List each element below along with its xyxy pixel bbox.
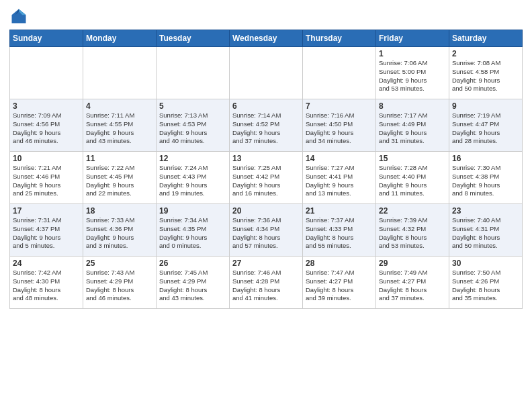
day-info: Sunrise: 7:43 AM Sunset: 4:29 PM Dayligh…	[86, 269, 153, 303]
calendar-cell: 14Sunrise: 7:27 AM Sunset: 4:41 PM Dayli…	[303, 152, 376, 204]
calendar-cell: 1Sunrise: 7:06 AM Sunset: 5:00 PM Daylig…	[376, 47, 449, 99]
weekday-header-tuesday: Tuesday	[157, 30, 230, 47]
logo-icon	[9, 7, 28, 26]
calendar-cell: 7Sunrise: 7:16 AM Sunset: 4:50 PM Daylig…	[303, 99, 376, 152]
day-info: Sunrise: 7:40 AM Sunset: 4:31 PM Dayligh…	[452, 216, 519, 250]
calendar-cell	[157, 47, 230, 99]
day-info: Sunrise: 7:28 AM Sunset: 4:40 PM Dayligh…	[379, 164, 446, 198]
calendar-cell: 10Sunrise: 7:21 AM Sunset: 4:46 PM Dayli…	[10, 152, 83, 204]
weekday-header-thursday: Thursday	[303, 30, 376, 47]
day-number: 19	[159, 206, 226, 216]
day-number: 14	[306, 154, 373, 163]
day-info: Sunrise: 7:39 AM Sunset: 4:32 PM Dayligh…	[379, 216, 446, 250]
day-info: Sunrise: 7:50 AM Sunset: 4:26 PM Dayligh…	[452, 269, 519, 303]
calendar-cell: 26Sunrise: 7:45 AM Sunset: 4:29 PM Dayli…	[157, 257, 230, 309]
day-number: 9	[452, 101, 519, 111]
day-info: Sunrise: 7:08 AM Sunset: 4:58 PM Dayligh…	[452, 59, 519, 93]
calendar-cell: 24Sunrise: 7:42 AM Sunset: 4:30 PM Dayli…	[10, 257, 83, 309]
calendar-cell: 23Sunrise: 7:40 AM Sunset: 4:31 PM Dayli…	[449, 204, 523, 257]
calendar-cell: 18Sunrise: 7:33 AM Sunset: 4:36 PM Dayli…	[83, 204, 157, 257]
day-number: 25	[86, 259, 153, 268]
weekday-header-saturday: Saturday	[449, 30, 523, 47]
day-info: Sunrise: 7:34 AM Sunset: 4:35 PM Dayligh…	[159, 216, 226, 250]
calendar-cell	[10, 47, 83, 99]
day-number: 6	[232, 101, 300, 111]
calendar-cell: 17Sunrise: 7:31 AM Sunset: 4:37 PM Dayli…	[10, 204, 83, 257]
calendar-week-5: 24Sunrise: 7:42 AM Sunset: 4:30 PM Dayli…	[10, 257, 523, 309]
day-number: 10	[13, 154, 80, 163]
day-info: Sunrise: 7:09 AM Sunset: 4:56 PM Dayligh…	[13, 111, 80, 146]
day-info: Sunrise: 7:46 AM Sunset: 4:28 PM Dayligh…	[232, 269, 300, 303]
calendar-cell: 12Sunrise: 7:24 AM Sunset: 4:43 PM Dayli…	[157, 152, 230, 204]
day-info: Sunrise: 7:11 AM Sunset: 4:55 PM Dayligh…	[86, 111, 153, 146]
calendar-cell: 27Sunrise: 7:46 AM Sunset: 4:28 PM Dayli…	[230, 257, 303, 309]
day-number: 5	[159, 101, 226, 111]
calendar-cell	[303, 47, 376, 99]
calendar-table: SundayMondayTuesdayWednesdayThursdayFrid…	[9, 30, 523, 309]
day-number: 28	[306, 259, 373, 268]
calendar-cell: 5Sunrise: 7:13 AM Sunset: 4:53 PM Daylig…	[157, 99, 230, 152]
day-number: 7	[306, 101, 373, 111]
calendar-cell: 21Sunrise: 7:37 AM Sunset: 4:33 PM Dayli…	[303, 204, 376, 257]
calendar-cell: 16Sunrise: 7:30 AM Sunset: 4:38 PM Dayli…	[449, 152, 523, 204]
calendar-cell: 28Sunrise: 7:47 AM Sunset: 4:27 PM Dayli…	[303, 257, 376, 309]
logo	[9, 7, 30, 26]
day-info: Sunrise: 7:30 AM Sunset: 4:38 PM Dayligh…	[452, 164, 519, 198]
calendar-cell	[230, 47, 303, 99]
day-info: Sunrise: 7:24 AM Sunset: 4:43 PM Dayligh…	[159, 164, 226, 198]
day-number: 26	[159, 259, 226, 268]
day-number: 3	[13, 101, 80, 111]
weekday-header-row: SundayMondayTuesdayWednesdayThursdayFrid…	[10, 30, 523, 47]
day-info: Sunrise: 7:06 AM Sunset: 5:00 PM Dayligh…	[379, 59, 446, 93]
calendar-cell: 30Sunrise: 7:50 AM Sunset: 4:26 PM Dayli…	[449, 257, 523, 309]
day-number: 1	[379, 49, 446, 58]
day-info: Sunrise: 7:22 AM Sunset: 4:45 PM Dayligh…	[86, 164, 153, 198]
day-info: Sunrise: 7:47 AM Sunset: 4:27 PM Dayligh…	[306, 269, 373, 303]
calendar-cell: 20Sunrise: 7:36 AM Sunset: 4:34 PM Dayli…	[230, 204, 303, 257]
day-info: Sunrise: 7:27 AM Sunset: 4:41 PM Dayligh…	[306, 164, 373, 198]
calendar-week-2: 3Sunrise: 7:09 AM Sunset: 4:56 PM Daylig…	[10, 99, 523, 152]
calendar-cell	[83, 47, 157, 99]
day-number: 27	[232, 259, 300, 268]
day-info: Sunrise: 7:36 AM Sunset: 4:34 PM Dayligh…	[232, 216, 300, 250]
calendar-cell: 25Sunrise: 7:43 AM Sunset: 4:29 PM Dayli…	[83, 257, 157, 309]
day-info: Sunrise: 7:45 AM Sunset: 4:29 PM Dayligh…	[159, 269, 226, 303]
day-info: Sunrise: 7:16 AM Sunset: 4:50 PM Dayligh…	[306, 111, 373, 146]
weekday-header-sunday: Sunday	[10, 30, 83, 47]
calendar-cell: 3Sunrise: 7:09 AM Sunset: 4:56 PM Daylig…	[10, 99, 83, 152]
day-info: Sunrise: 7:42 AM Sunset: 4:30 PM Dayligh…	[13, 269, 80, 303]
calendar-cell: 13Sunrise: 7:25 AM Sunset: 4:42 PM Dayli…	[230, 152, 303, 204]
page: SundayMondayTuesdayWednesdayThursdayFrid…	[0, 0, 532, 411]
day-info: Sunrise: 7:31 AM Sunset: 4:37 PM Dayligh…	[13, 216, 80, 250]
day-number: 17	[13, 206, 80, 216]
day-number: 24	[13, 259, 80, 268]
calendar-cell: 15Sunrise: 7:28 AM Sunset: 4:40 PM Dayli…	[376, 152, 449, 204]
weekday-header-wednesday: Wednesday	[230, 30, 303, 47]
weekday-header-friday: Friday	[376, 30, 449, 47]
calendar-cell: 19Sunrise: 7:34 AM Sunset: 4:35 PM Dayli…	[157, 204, 230, 257]
day-number: 16	[452, 154, 519, 163]
day-info: Sunrise: 7:17 AM Sunset: 4:49 PM Dayligh…	[379, 111, 446, 146]
day-info: Sunrise: 7:49 AM Sunset: 4:27 PM Dayligh…	[379, 269, 446, 303]
day-info: Sunrise: 7:19 AM Sunset: 4:47 PM Dayligh…	[452, 111, 519, 146]
calendar-week-3: 10Sunrise: 7:21 AM Sunset: 4:46 PM Dayli…	[10, 152, 523, 204]
calendar-cell: 4Sunrise: 7:11 AM Sunset: 4:55 PM Daylig…	[83, 99, 157, 152]
day-info: Sunrise: 7:37 AM Sunset: 4:33 PM Dayligh…	[306, 216, 373, 250]
day-number: 21	[306, 206, 373, 216]
day-info: Sunrise: 7:21 AM Sunset: 4:46 PM Dayligh…	[13, 164, 80, 198]
day-number: 20	[232, 206, 300, 216]
calendar-cell: 9Sunrise: 7:19 AM Sunset: 4:47 PM Daylig…	[449, 99, 523, 152]
calendar-cell: 29Sunrise: 7:49 AM Sunset: 4:27 PM Dayli…	[376, 257, 449, 309]
day-number: 11	[86, 154, 153, 163]
calendar-cell: 6Sunrise: 7:14 AM Sunset: 4:52 PM Daylig…	[230, 99, 303, 152]
day-number: 18	[86, 206, 153, 216]
day-number: 12	[159, 154, 226, 163]
header	[9, 7, 523, 26]
day-number: 23	[452, 206, 519, 216]
day-number: 30	[452, 259, 519, 268]
calendar-cell: 11Sunrise: 7:22 AM Sunset: 4:45 PM Dayli…	[83, 152, 157, 204]
calendar-cell: 2Sunrise: 7:08 AM Sunset: 4:58 PM Daylig…	[449, 47, 523, 99]
calendar-cell: 8Sunrise: 7:17 AM Sunset: 4:49 PM Daylig…	[376, 99, 449, 152]
calendar-week-1: 1Sunrise: 7:06 AM Sunset: 5:00 PM Daylig…	[10, 47, 523, 99]
weekday-header-monday: Monday	[83, 30, 157, 47]
